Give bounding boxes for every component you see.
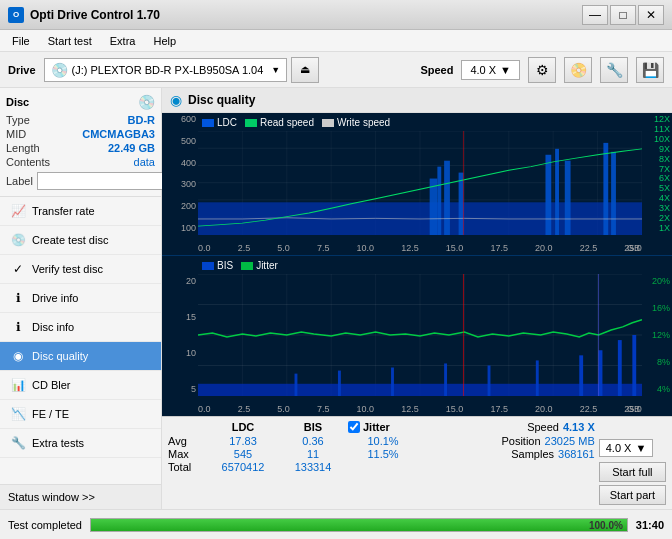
sidebar-item-drive-info[interactable]: ℹ Drive info [0,284,161,313]
menu-extra[interactable]: Extra [102,33,144,49]
x-label-10: 10.0 [357,243,375,253]
minimize-button[interactable]: — [582,5,608,25]
app-title: Opti Drive Control 1.70 [30,8,160,22]
samples-group: Samples 368161 [511,448,595,460]
stats-avg-label: Avg [168,435,208,447]
bottom-chart: BIS Jitter 20 15 10 5 [162,256,672,416]
legend-ldc-label: LDC [217,117,237,128]
stats-avg-bis: 0.36 [278,435,348,447]
svg-rect-46 [536,360,539,396]
disc-type-label: Type [6,114,30,126]
disc-label-input[interactable] [37,172,170,190]
y-right-6x: 6X [644,174,670,183]
stats-empty-header [168,421,208,433]
tools-icon-btn[interactable]: 🔧 [600,57,628,83]
x-bottom-20: 20.0 [535,404,553,414]
bottom-chart-x-axis: 0.0 2.5 5.0 7.5 10.0 12.5 15.0 17.5 20.0… [198,404,642,414]
menu-help[interactable]: Help [145,33,184,49]
sidebar-item-disc-quality[interactable]: ◉ Disc quality [0,342,161,371]
disc-quality-header-icon: ◉ [170,92,182,108]
position-value: 23025 MB [545,435,595,447]
drive-dropdown-arrow: ▼ [271,65,280,75]
close-button[interactable]: ✕ [638,5,664,25]
speed-value: 4.0 X [470,64,496,76]
app-icon: O [8,7,24,23]
stats-total-bis: 133314 [278,461,348,473]
x-label-2_5: 2.5 [238,243,251,253]
menu-file[interactable]: File [4,33,38,49]
speed-dropdown-group: 4.0 X ▼ [599,439,666,457]
sidebar-item-cd-bler[interactable]: 📊 CD Bler [0,371,161,400]
position-group: Position 23025 MB [501,435,594,447]
sidebar-label-disc-info: Disc info [32,321,74,333]
disc-label-row: Label ⚙ [6,172,155,190]
y-right-5x: 5X [644,184,670,193]
disc-panel-icon: 💿 [138,94,155,110]
disc-length-row: Length 22.49 GB [6,142,155,154]
top-chart-y-axis-right: 12X 11X 10X 9X 8X 7X 6X 5X 4X 3X 2X 1X [642,113,672,235]
drive-dropdown[interactable]: 💿 (J:) PLEXTOR BD-R PX-LB950SA 1.04 ▼ [44,58,288,82]
status-text: Test completed [8,519,82,531]
y-right-11x: 11X [644,125,670,134]
start-part-button[interactable]: Start part [599,485,666,505]
svg-rect-49 [618,340,622,396]
y-label-200: 200 [164,202,196,211]
status-window-label: Status window >> [8,491,95,503]
stats-bis-header: BIS [278,421,348,433]
time-text: 31:40 [636,519,664,531]
start-full-button[interactable]: Start full [599,462,666,482]
eject-button[interactable]: ⏏ [291,57,319,83]
menu-start-test[interactable]: Start test [40,33,100,49]
speed-dropdown[interactable]: 4.0 X ▼ [461,60,520,80]
legend-bis-label: BIS [217,260,233,271]
x-label-22_5: 22.5 [580,243,598,253]
disc-header: Disc 💿 [6,94,155,110]
sidebar-item-extra-tests[interactable]: 🔧 Extra tests [0,429,161,458]
drive-label: Drive [8,64,36,76]
charts-area: LDC Read speed Write speed 600 500 [162,113,672,416]
disc-mid-label: MID [6,128,26,140]
sidebar-item-fe-te[interactable]: 📉 FE / TE [0,400,161,429]
maximize-button[interactable]: □ [610,5,636,25]
main-area: Disc 💿 Type BD-R MID CMCMAGBA3 Length 22… [0,88,672,509]
speed-action-dropdown[interactable]: 4.0 X ▼ [599,439,654,457]
disc-title: Disc [6,96,29,108]
jitter-checkbox[interactable] [348,421,360,433]
legend-write-speed: Write speed [322,117,390,128]
sidebar-item-verify-test-disc[interactable]: ✓ Verify test disc [0,255,161,284]
stats-max-row: Max 545 11 11.5% Samples 368161 [168,448,595,460]
x-bottom-0: 0.0 [198,404,211,414]
legend-read-speed: Read speed [245,117,314,128]
sidebar-item-create-test-disc[interactable]: 💿 Create test disc [0,226,161,255]
disc-type-value: BD-R [128,114,156,126]
bis-color-swatch [202,262,214,270]
svg-rect-43 [391,368,394,396]
action-area: 4.0 X ▼ Start full Start part [599,421,666,505]
settings-icon-btn[interactable]: ⚙ [528,57,556,83]
top-chart-svg [198,131,642,235]
top-chart: LDC Read speed Write speed 600 500 [162,113,672,256]
legend-write-speed-label: Write speed [337,117,390,128]
x-bottom-12_5: 12.5 [401,404,419,414]
y-right-1x: 1X [644,224,670,233]
y-right-7x: 7X [644,165,670,174]
svg-rect-44 [444,363,447,396]
sidebar-label-fe-te: FE / TE [32,408,69,420]
svg-rect-47 [579,355,583,396]
status-window-button[interactable]: Status window >> [0,484,161,509]
y-label-400: 400 [164,159,196,168]
svg-rect-42 [338,371,341,396]
x-label-17_5: 17.5 [490,243,508,253]
media-icon-btn[interactable]: 📀 [564,57,592,83]
sidebar-nav: 📈 Transfer rate 💿 Create test disc ✓ Ver… [0,197,161,484]
sidebar-item-transfer-rate[interactable]: 📈 Transfer rate [0,197,161,226]
drive-select: 💿 (J:) PLEXTOR BD-R PX-LB950SA 1.04 ▼ ⏏ [44,57,413,83]
save-icon-btn[interactable]: 💾 [636,57,664,83]
stats-max-label: Max [168,448,208,460]
y-label-300: 300 [164,180,196,189]
sidebar-item-disc-info[interactable]: ℹ Disc info [0,313,161,342]
speed-header-group: Speed 4.13 X [527,421,595,433]
svg-rect-45 [488,366,491,397]
stats-avg-row: Avg 17.83 0.36 10.1% Position 23025 MB [168,435,595,447]
bottom-chart-y-axis-right: 20% 16% 12% 8% 4% [642,274,672,396]
